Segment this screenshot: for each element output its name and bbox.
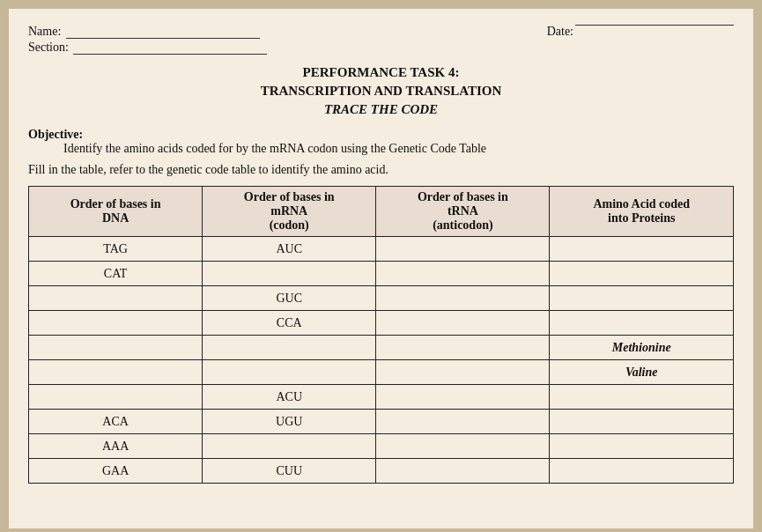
cell-mrna-2: GUC: [203, 286, 376, 311]
date-label: Date:: [547, 25, 573, 39]
cell-trna-9: [376, 459, 550, 484]
cell-mrna-8: [203, 434, 376, 459]
cell-dna-4: [29, 336, 203, 360]
cell-trna-3: [376, 311, 550, 336]
col-header-mrna: Order of bases inmRNA(codon): [203, 187, 376, 237]
cell-mrna-1: [203, 262, 376, 286]
objective-label: Objective:: [28, 128, 83, 141]
table-row: TAGAUC: [29, 237, 734, 262]
table-row: CAT: [29, 262, 734, 286]
section-field: Section:: [28, 41, 267, 55]
section-line: [73, 54, 267, 55]
name-line: [66, 38, 260, 39]
fill-instruction: Fill in the table, refer to the genetic …: [28, 163, 734, 177]
title-line2: TRANSCRIPTION AND TRANSLATION: [28, 82, 734, 100]
table-header-row: Order of bases inDNA Order of bases inmR…: [29, 187, 734, 237]
objective-text: Identify the amino acids coded for by th…: [63, 142, 734, 156]
cell-dna-0: TAG: [29, 237, 203, 262]
cell-amino-7: [550, 410, 734, 434]
cell-amino-4: Methionine: [550, 336, 734, 360]
cell-amino-3: [550, 311, 734, 336]
col-header-dna: Order of bases inDNA: [29, 187, 203, 237]
title-line3: TRACE THE CODE: [28, 100, 734, 119]
table-row: CCA: [29, 311, 734, 336]
name-label: Name:: [28, 25, 61, 38]
cell-amino-9: [550, 459, 734, 484]
cell-trna-2: [376, 286, 550, 311]
table-row: GUC: [29, 286, 734, 311]
table-row: ACU: [29, 385, 734, 410]
cell-mrna-7: UGU: [203, 410, 376, 434]
cell-dna-9: GAA: [29, 459, 203, 484]
cell-mrna-4: [203, 336, 376, 360]
header-left: Name: Section:: [28, 25, 267, 55]
cell-dna-1: CAT: [29, 262, 203, 286]
cell-amino-1: [550, 262, 734, 286]
cell-amino-0: [550, 237, 734, 262]
page: Name: Section: Date: PERFORMANCE TASK 4:…: [9, 9, 753, 528]
cell-dna-5: [29, 360, 203, 385]
table-row: AAA: [29, 434, 734, 459]
table-row: Methionine: [29, 336, 734, 360]
cell-dna-6: [29, 385, 203, 410]
header-row: Name: Section: Date:: [28, 25, 734, 55]
cell-mrna-9: CUU: [203, 459, 376, 484]
cell-trna-4: [376, 336, 550, 360]
main-table: Order of bases inDNA Order of bases inmR…: [28, 186, 734, 484]
cell-amino-8: [550, 434, 734, 459]
cell-mrna-6: ACU: [203, 385, 376, 410]
cell-trna-8: [376, 434, 550, 459]
title-line1: PERFORMANCE TASK 4:: [28, 63, 734, 82]
name-field: Name:: [28, 25, 267, 39]
cell-trna-1: [376, 262, 550, 286]
cell-dna-8: AAA: [29, 434, 203, 459]
table-row: Valine: [29, 360, 734, 385]
cell-amino-2: [550, 286, 734, 311]
col-header-amino: Amino Acid codedinto Proteins: [550, 187, 734, 237]
cell-trna-7: [376, 410, 550, 434]
cell-dna-7: ACA: [29, 410, 203, 434]
cell-mrna-5: [203, 360, 376, 385]
cell-amino-6: [550, 385, 734, 410]
cell-mrna-3: CCA: [203, 311, 376, 336]
table-row: GAACUU: [29, 459, 734, 484]
section-label: Section:: [28, 41, 69, 54]
date-field: Date:: [547, 25, 734, 55]
cell-dna-2: [29, 286, 203, 311]
date-line: [575, 25, 734, 26]
cell-mrna-0: AUC: [203, 237, 376, 262]
cell-trna-6: [376, 385, 550, 410]
objective-block: Objective: Identify the amino acids code…: [28, 128, 734, 156]
title-block: PERFORMANCE TASK 4: TRANSCRIPTION AND TR…: [28, 63, 734, 119]
cell-dna-3: [29, 311, 203, 336]
cell-trna-5: [376, 360, 550, 385]
table-row: ACAUGU: [29, 410, 734, 434]
col-header-trna: Order of bases intRNA(anticodon): [376, 187, 550, 237]
cell-trna-0: [376, 237, 550, 262]
cell-amino-5: Valine: [550, 360, 734, 385]
